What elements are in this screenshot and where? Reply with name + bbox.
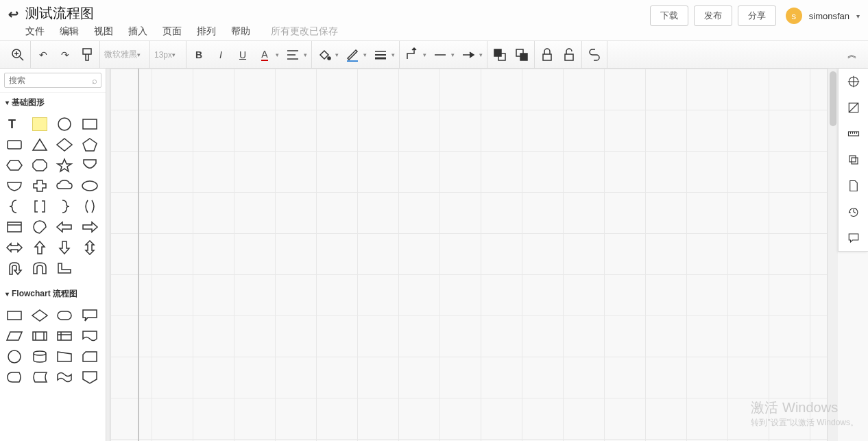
search-icon[interactable]: ⌕ [92, 75, 97, 86]
shape-arrow-r[interactable] [80, 218, 100, 236]
publish-button[interactable]: 发布 [694, 5, 732, 26]
shape-arrow-ud[interactable] [80, 239, 100, 257]
connector-type-icon[interactable] [404, 47, 420, 63]
layers-icon[interactable] [839, 147, 868, 173]
shape-card[interactable] [4, 218, 25, 236]
undo-icon[interactable]: ↶ [35, 47, 51, 63]
shape-blank[interactable] [80, 259, 100, 277]
shape-note[interactable] [29, 115, 50, 133]
shape-plus[interactable] [29, 177, 50, 195]
menu-arrange[interactable]: 排列 [197, 25, 216, 38]
comment-icon[interactable] [839, 225, 868, 251]
shape-octagon[interactable] [29, 156, 50, 174]
fc-terminator[interactable] [54, 307, 75, 324]
user-menu-caret[interactable]: ▾ [856, 12, 860, 20]
category-basic[interactable]: ▾基础图形 [0, 93, 106, 112]
menu-help[interactable]: 帮助 [231, 25, 250, 38]
menu-insert[interactable]: 插入 [128, 25, 147, 38]
shape-hexagon[interactable] [4, 156, 25, 174]
shape-ellipse[interactable] [80, 177, 100, 195]
collapse-toolbar-icon[interactable]: ︽ [842, 49, 863, 61]
underline-icon[interactable]: U [234, 47, 251, 63]
format-painter-icon[interactable] [79, 47, 95, 63]
shape-diamond[interactable] [54, 136, 75, 154]
shape-star[interactable] [54, 156, 75, 174]
shape-drop[interactable] [29, 218, 50, 236]
send-back-icon[interactable] [514, 47, 530, 63]
line-style-icon[interactable] [372, 47, 389, 63]
fc-card2[interactable] [80, 348, 100, 366]
shape-roundrect[interactable] [4, 136, 25, 154]
bold-icon[interactable]: B [191, 47, 207, 63]
download-button[interactable]: 下载 [650, 5, 688, 26]
shape-corner[interactable] [54, 259, 75, 277]
lock-icon[interactable] [539, 47, 555, 63]
fc-internal[interactable] [54, 327, 75, 345]
navigator-icon[interactable] [839, 69, 868, 95]
shape-text[interactable]: T [4, 115, 25, 133]
share-button[interactable]: 分享 [738, 5, 776, 26]
shape-triangle[interactable] [29, 136, 50, 154]
bring-front-icon[interactable] [492, 47, 508, 63]
fc-process[interactable] [4, 307, 25, 324]
fc-decision[interactable] [29, 307, 50, 324]
shape-shield[interactable] [80, 156, 100, 174]
shape-cloud[interactable] [54, 177, 75, 195]
fc-document[interactable] [80, 327, 100, 345]
fc-tape[interactable] [54, 368, 75, 386]
menu-edit[interactable]: 编辑 [60, 25, 79, 38]
shape-arch[interactable] [29, 259, 50, 277]
zoom-icon[interactable] [10, 47, 26, 63]
shape-arrow-l[interactable] [54, 218, 75, 236]
link-icon[interactable] [586, 47, 603, 63]
shape-arrow-u[interactable] [29, 239, 50, 257]
line-color-icon[interactable] [344, 47, 361, 63]
username[interactable]: simonsfan [809, 11, 849, 21]
history-icon[interactable] [839, 199, 868, 225]
fc-callout[interactable] [80, 307, 100, 324]
fc-data[interactable] [4, 327, 25, 345]
shape-pentagon[interactable] [80, 136, 100, 154]
italic-icon[interactable]: I [213, 47, 229, 63]
font-family-select[interactable]: 微软雅黑▾ [104, 49, 145, 60]
shape-rect[interactable] [80, 115, 100, 133]
shape-brace-l[interactable] [4, 198, 25, 215]
shape-trapezoid[interactable] [4, 177, 25, 195]
fc-manual[interactable] [54, 348, 75, 366]
outline-icon[interactable] [839, 95, 868, 121]
shape-arrow-d[interactable] [54, 239, 75, 257]
shape-uturn[interactable] [4, 259, 25, 277]
document-title[interactable]: 测试流程图 [25, 4, 338, 23]
fill-color-icon[interactable] [316, 47, 333, 63]
shape-bracket[interactable] [29, 198, 50, 215]
fc-database[interactable] [29, 348, 50, 366]
align-icon[interactable] [285, 47, 301, 63]
fc-stored[interactable] [29, 368, 50, 386]
unlock-icon[interactable] [561, 47, 577, 63]
shape-arrow-lr[interactable] [4, 239, 25, 257]
fc-offpage[interactable] [80, 368, 100, 386]
vertical-scrollbar[interactable] [827, 69, 838, 441]
shape-circle[interactable] [54, 115, 75, 133]
fc-display[interactable] [4, 368, 25, 386]
search-input[interactable] [4, 73, 101, 88]
font-size-select[interactable]: 13px▾ [154, 50, 182, 60]
canvas[interactable] [110, 69, 868, 441]
fc-connector[interactable] [4, 348, 25, 366]
font-color-icon[interactable]: A [256, 47, 273, 63]
shape-brace-r[interactable] [54, 198, 75, 215]
back-button[interactable]: ↩ [8, 7, 19, 22]
ruler-icon[interactable] [839, 121, 868, 147]
menu-page[interactable]: 页面 [162, 25, 182, 38]
page-icon[interactable] [839, 173, 868, 199]
category-flowchart[interactable]: ▾Flowchart 流程图 [0, 284, 106, 304]
arrow-end-icon[interactable] [460, 47, 477, 63]
scroll-thumb[interactable] [830, 71, 836, 126]
shape-paren[interactable] [80, 198, 100, 215]
line-plain-icon[interactable] [432, 47, 448, 63]
avatar[interactable]: s [786, 8, 802, 24]
fc-predef[interactable] [29, 327, 50, 345]
menu-view[interactable]: 视图 [94, 25, 113, 38]
redo-icon[interactable]: ↷ [57, 47, 73, 63]
menu-file[interactable]: 文件 [25, 25, 45, 38]
